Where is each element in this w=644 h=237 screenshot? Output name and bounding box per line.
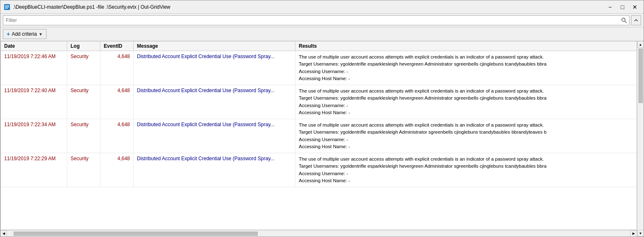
add-criteria-label: Add criteria bbox=[12, 31, 37, 37]
dropdown-arrow-icon: ▼ bbox=[39, 32, 43, 37]
scroll-h-thumb[interactable] bbox=[14, 232, 258, 236]
cell-date-0: 11/19/2019 7:22:46 AM bbox=[1, 51, 67, 85]
scroll-down-arrow[interactable]: ▼ bbox=[637, 230, 644, 237]
grid-body[interactable]: 11/19/2019 7:22:46 AM Security 4,648 Dis… bbox=[1, 51, 637, 230]
table-row[interactable]: 11/19/2019 7:22:29 AM Security 4,648 Dis… bbox=[1, 153, 637, 187]
cell-date-3: 11/19/2019 7:22:29 AM bbox=[1, 153, 67, 187]
cell-results-3: The use of multiple user account access … bbox=[295, 153, 637, 187]
col-header-date[interactable]: Date bbox=[1, 42, 67, 51]
col-header-log[interactable]: Log bbox=[67, 42, 100, 51]
horizontal-scrollbar[interactable]: ◀ ▶ bbox=[0, 230, 637, 237]
scroll-left-arrow[interactable]: ◀ bbox=[0, 230, 7, 237]
cell-log-1: Security bbox=[67, 85, 100, 119]
col-header-eventid[interactable]: EventID bbox=[100, 42, 134, 51]
svg-point-4 bbox=[622, 18, 625, 22]
cell-message-2: Distributed Account Explicit Credential … bbox=[134, 119, 295, 153]
vertical-scrollbar[interactable]: ▲ ▼ bbox=[637, 41, 644, 237]
title-bar: .\DeepBlueCLI-master\DeepBlue.ps1 -file … bbox=[0, 0, 644, 14]
scroll-h-track[interactable] bbox=[14, 232, 624, 236]
cell-message-3: Distributed Account Explicit Credential … bbox=[134, 153, 295, 187]
toolbar: + Add criteria ▼ bbox=[0, 27, 644, 41]
scroll-right-arrow[interactable]: ▶ bbox=[630, 230, 637, 237]
svg-rect-3 bbox=[5, 8, 8, 9]
filter-input-wrapper bbox=[3, 15, 629, 25]
scroll-v-track[interactable] bbox=[639, 49, 643, 229]
cell-results-0: The use of multiple user account access … bbox=[295, 51, 637, 85]
svg-rect-2 bbox=[5, 7, 9, 7]
cell-eventid-3: 4,648 bbox=[100, 153, 134, 187]
scroll-up-arrow[interactable]: ▲ bbox=[637, 41, 644, 48]
grid-container: Date Log EventID Message Results bbox=[0, 41, 637, 230]
table-row[interactable]: 11/19/2019 7:22:40 AM Security 4,648 Dis… bbox=[1, 85, 637, 119]
filter-bar bbox=[0, 14, 644, 27]
window-title: .\DeepBlueCLI-master\DeepBlue.ps1 -file … bbox=[13, 4, 171, 10]
cell-results-2: The use of multiple user account access … bbox=[295, 119, 637, 153]
grid-main: Date Log EventID Message Results bbox=[0, 41, 637, 237]
filter-input[interactable] bbox=[3, 16, 619, 25]
table-row[interactable]: 11/19/2019 7:22:34 AM Security 4,648 Dis… bbox=[1, 119, 637, 153]
cell-date-1: 11/19/2019 7:22:40 AM bbox=[1, 85, 67, 119]
grid-header: Date Log EventID Message Results bbox=[1, 42, 637, 51]
cell-message-0: Distributed Account Explicit Credential … bbox=[134, 51, 295, 85]
close-button[interactable]: ✕ bbox=[629, 3, 640, 11]
cell-eventid-1: 4,648 bbox=[100, 85, 134, 119]
grid-wrapper: Date Log EventID Message Results bbox=[0, 41, 644, 237]
title-bar-left: .\DeepBlueCLI-master\DeepBlue.ps1 -file … bbox=[4, 4, 171, 10]
collapse-button[interactable] bbox=[631, 15, 641, 25]
cell-date-2: 11/19/2019 7:22:34 AM bbox=[1, 119, 67, 153]
col-header-results[interactable]: Results bbox=[295, 42, 637, 51]
main-window: .\DeepBlueCLI-master\DeepBlue.ps1 -file … bbox=[0, 0, 644, 237]
cell-log-0: Security bbox=[67, 51, 100, 85]
cell-log-2: Security bbox=[67, 119, 100, 153]
window-icon bbox=[4, 4, 10, 10]
cell-results-1: The use of multiple user account access … bbox=[295, 85, 637, 119]
maximize-button[interactable]: □ bbox=[617, 3, 628, 11]
cell-eventid-2: 4,648 bbox=[100, 119, 134, 153]
cell-message-1: Distributed Account Explicit Credential … bbox=[134, 85, 295, 119]
minimize-button[interactable]: − bbox=[605, 3, 615, 11]
table-row[interactable]: 11/19/2019 7:22:46 AM Security 4,648 Dis… bbox=[1, 51, 637, 85]
cell-log-3: Security bbox=[67, 153, 100, 187]
col-header-message[interactable]: Message bbox=[134, 42, 295, 51]
title-bar-controls: − □ ✕ bbox=[605, 3, 640, 11]
add-criteria-button[interactable]: + Add criteria ▼ bbox=[3, 29, 46, 39]
svg-rect-1 bbox=[5, 5, 9, 6]
svg-line-5 bbox=[625, 21, 627, 23]
search-icon bbox=[619, 15, 629, 25]
cell-eventid-0: 4,648 bbox=[100, 51, 134, 85]
scroll-v-thumb[interactable] bbox=[639, 49, 643, 103]
plus-icon: + bbox=[7, 31, 10, 37]
